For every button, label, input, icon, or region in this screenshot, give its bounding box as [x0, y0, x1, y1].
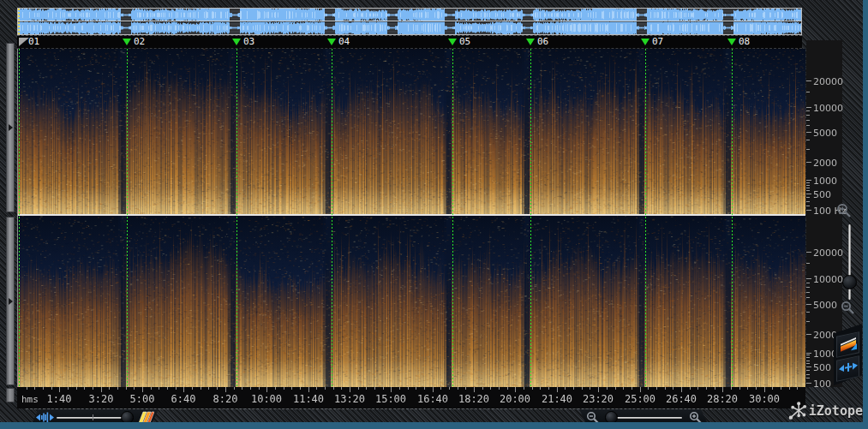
time-ruler[interactable]: hms 1:403:205:006:408:2010:0011:4013:201…: [17, 387, 805, 408]
spectrogram-display[interactable]: [18, 49, 805, 387]
marker-line: [530, 49, 531, 387]
time-major-tick: [557, 387, 558, 392]
marker-triangle-icon[interactable]: [727, 39, 736, 45]
freq-major-tick: [806, 353, 811, 354]
marker-triangle-icon[interactable]: [123, 39, 131, 45]
freq-major-tick: [806, 132, 811, 133]
time-minor-tick: [697, 387, 698, 390]
zoom-slider-track[interactable]: [608, 417, 682, 419]
time-minor-tick: [590, 387, 590, 390]
time-minor-tick: [449, 387, 450, 390]
marker-label: 07: [652, 36, 663, 48]
time-minor-tick: [51, 387, 52, 390]
time-label: 8:20: [213, 393, 238, 405]
freq-major-tick: [806, 383, 811, 384]
freq-label: 10000: [813, 103, 843, 114]
time-minor-tick: [93, 387, 93, 390]
fit-horizontal-button[interactable]: [836, 355, 859, 382]
time-minor-tick: [201, 387, 201, 390]
freq-major-tick: [806, 107, 811, 108]
marker-label: 08: [739, 36, 750, 48]
time-minor-tick: [573, 387, 574, 390]
time-minor-tick: [134, 387, 135, 390]
freq-label: 500: [813, 362, 831, 373]
time-minor-tick: [208, 387, 209, 390]
freq-label: 20000: [813, 247, 843, 259]
time-minor-tick: [648, 387, 649, 390]
time-minor-tick: [358, 387, 359, 390]
time-minor-tick: [117, 387, 118, 390]
vertical-zoom-slider-knob[interactable]: [842, 275, 857, 289]
marker-ruler[interactable]: 0102030405060708: [17, 35, 802, 49]
time-minor-tick: [789, 387, 790, 390]
scroll-nub[interactable]: [6, 388, 15, 402]
freq-minor-tick: [806, 182, 810, 183]
time-minor-tick: [325, 387, 326, 390]
freq-minor-tick: [806, 321, 810, 322]
time-minor-tick: [27, 387, 27, 390]
time-label: 18:20: [458, 393, 489, 405]
time-major-tick: [308, 387, 309, 392]
fit-horizontal-icon: [839, 360, 858, 376]
time-minor-tick: [84, 387, 85, 390]
freq-major-tick: [806, 162, 811, 163]
time-unit-label: hms: [21, 394, 39, 405]
spectrogram-waveform-toggle-button[interactable]: [836, 331, 859, 358]
marker-triangle-icon[interactable]: [448, 39, 457, 45]
freq-minor-tick: [806, 188, 810, 188]
time-label: 21:40: [542, 393, 572, 405]
freq-minor-tick: [806, 149, 810, 150]
marker-triangle-icon[interactable]: [641, 39, 650, 45]
marker-triangle-icon[interactable]: [232, 39, 241, 45]
spectrogram-canvas[interactable]: [18, 49, 805, 387]
time-major-tick: [515, 387, 516, 392]
window-edge-bottom: [0, 422, 868, 429]
time-label: 16:40: [417, 393, 448, 405]
channel-arrow-icon: [9, 298, 13, 305]
waveform-overview-canvas[interactable]: [18, 9, 801, 34]
frequency-scale-channel: 2000010000500020001000500100 Hz: [806, 49, 842, 214]
zoom-out-icon[interactable]: [841, 301, 855, 315]
freq-major-tick: [806, 252, 811, 253]
time-minor-tick: [756, 387, 757, 390]
time-minor-tick: [440, 387, 441, 390]
freq-minor-tick: [806, 92, 810, 92]
time-minor-tick: [772, 387, 773, 390]
time-minor-tick: [383, 387, 384, 390]
time-label: 6:40: [171, 393, 196, 405]
overview-playhead-line[interactable]: [18, 9, 20, 34]
freq-minor-tick: [806, 197, 810, 198]
time-minor-tick: [126, 387, 127, 390]
freq-major-tick: [806, 80, 811, 81]
time-label: 28:20: [707, 393, 738, 405]
time-minor-tick: [291, 387, 292, 390]
freq-minor-tick: [806, 206, 810, 206]
waveform-overview[interactable]: [17, 8, 802, 35]
time-major-tick: [142, 387, 143, 392]
time-minor-tick: [582, 387, 583, 390]
time-minor-tick: [482, 387, 483, 390]
marker-label: 05: [459, 36, 470, 48]
freq-major-tick: [806, 304, 811, 305]
time-minor-tick: [665, 387, 666, 390]
freq-label: 10000: [813, 274, 843, 285]
zoom-in-icon[interactable]: [836, 203, 852, 218]
marker-triangle-icon[interactable]: [526, 39, 535, 45]
channel-strip-right[interactable]: [6, 217, 15, 385]
time-minor-tick: [408, 387, 409, 390]
freq-minor-tick: [806, 287, 810, 288]
marker-triangle-icon[interactable]: [327, 39, 336, 45]
time-minor-tick: [217, 387, 218, 390]
time-minor-tick: [607, 387, 608, 390]
time-major-tick: [183, 387, 184, 392]
freq-label: 2000: [813, 158, 837, 169]
freq-minor-tick: [806, 190, 810, 191]
channel-strip-left[interactable]: [6, 43, 15, 212]
time-minor-tick: [615, 387, 616, 390]
freq-major-tick: [806, 210, 811, 211]
window-edge-right: [863, 0, 868, 429]
time-minor-tick: [275, 387, 276, 390]
marker-label: 04: [338, 36, 350, 48]
time-minor-tick: [507, 387, 508, 390]
time-minor-tick: [739, 387, 740, 390]
